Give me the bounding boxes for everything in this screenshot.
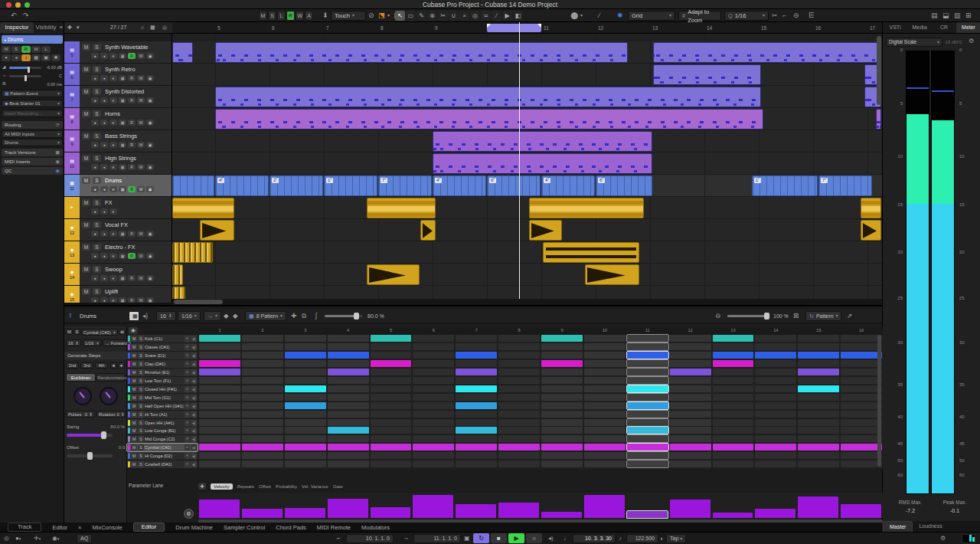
glue-tool-icon[interactable]: ∪ bbox=[449, 11, 459, 21]
preview-speaker-icon[interactable]: ◂) bbox=[191, 428, 197, 434]
read-button[interactable]: R bbox=[128, 231, 136, 237]
record-enable-icon[interactable]: ● bbox=[91, 208, 99, 215]
step-cell[interactable] bbox=[841, 452, 882, 459]
drum-mute-button[interactable]: M bbox=[131, 369, 137, 375]
step-cell[interactable] bbox=[498, 377, 540, 384]
panel-mute-button[interactable]: M bbox=[66, 329, 73, 335]
drum-mute-button[interactable]: M bbox=[131, 453, 137, 459]
drum-sound-row[interactable]: MSCowbell (D#2)▾◂) bbox=[127, 460, 198, 468]
step-cell[interactable] bbox=[584, 402, 626, 409]
stop-button[interactable]: ■ bbox=[491, 533, 507, 543]
step-cell[interactable] bbox=[498, 452, 540, 459]
drum-sound-row[interactable]: MSRimshot (E1)▾◂) bbox=[127, 369, 198, 376]
step-cell[interactable] bbox=[713, 335, 754, 342]
drum-mute-button[interactable]: M bbox=[131, 444, 137, 451]
arrange-vertical-scrollbar[interactable] bbox=[877, 36, 881, 105]
drum-sound-row[interactable]: MSHalf Open HH (G#1)▾◂) bbox=[127, 402, 198, 410]
step-cell[interactable] bbox=[328, 360, 369, 367]
instrument-icon[interactable]: ▦ bbox=[119, 297, 126, 303]
panel-step-count-stepper[interactable]: 16⬍ bbox=[66, 339, 81, 346]
monitor-icon[interactable]: ◂ bbox=[100, 208, 108, 215]
step-cell[interactable] bbox=[670, 411, 711, 418]
step-cell[interactable] bbox=[627, 427, 668, 434]
step-cell[interactable] bbox=[584, 411, 626, 418]
step-cell[interactable] bbox=[713, 385, 754, 392]
read-button[interactable]: R bbox=[128, 297, 136, 303]
step-cell[interactable] bbox=[328, 427, 369, 434]
step-cell[interactable] bbox=[199, 394, 240, 401]
step-input-button[interactable]: ▦ bbox=[129, 311, 139, 321]
volume-fader[interactable]: ◢-6.00 dB bbox=[2, 64, 63, 71]
mute-button[interactable]: M bbox=[82, 155, 90, 162]
step-cell[interactable] bbox=[456, 411, 497, 418]
edit-channel-icon[interactable]: e bbox=[109, 97, 117, 103]
drum-solo-button[interactable]: S bbox=[138, 453, 144, 459]
arrange-part[interactable]: 4˚ bbox=[433, 175, 486, 196]
step-cell[interactable] bbox=[242, 460, 283, 467]
edit-channel-icon[interactable]: e bbox=[109, 142, 117, 148]
snap-icon[interactable]: ✱ bbox=[617, 11, 623, 21]
step-cell[interactable] bbox=[627, 385, 668, 392]
zoom-out-icon[interactable]: ⊖ bbox=[715, 311, 720, 321]
step-cell[interactable] bbox=[541, 419, 583, 426]
step-cell[interactable] bbox=[670, 419, 711, 426]
drum-sound-row[interactable]: MSMid Conga (C2)▾◂) bbox=[127, 435, 198, 443]
chevron-down-icon[interactable]: ▾ bbox=[185, 428, 190, 434]
step-cell[interactable] bbox=[413, 444, 454, 451]
arrange-part[interactable]: 1˚ bbox=[324, 175, 377, 196]
solo-button[interactable]: S bbox=[93, 110, 101, 117]
tap-tempo-button[interactable]: Tap▾ bbox=[666, 534, 686, 543]
preview-speaker-icon[interactable]: ◂) bbox=[191, 361, 197, 367]
grid-type-select[interactable]: Grid▾ bbox=[628, 11, 675, 21]
step-cell[interactable] bbox=[285, 335, 326, 342]
step-cell[interactable] bbox=[199, 452, 240, 459]
iterative-quantize-icon[interactable]: ✂ bbox=[772, 11, 778, 21]
audio-quantize-chip[interactable]: AQ bbox=[77, 534, 92, 543]
step-cell[interactable] bbox=[841, 352, 882, 359]
arrange-part[interactable] bbox=[367, 264, 420, 285]
step-cell[interactable] bbox=[371, 444, 412, 451]
drum-sound-row[interactable]: MSClosed HH (F#1)▾◂) bbox=[127, 385, 198, 393]
drum-solo-button[interactable]: S bbox=[138, 361, 144, 367]
lock-icon[interactable]: ▣ bbox=[146, 253, 154, 259]
step-cell[interactable] bbox=[456, 394, 497, 401]
mute-button[interactable]: M bbox=[82, 266, 90, 273]
step-cell[interactable] bbox=[584, 452, 626, 459]
param-tab-probability[interactable]: Probability bbox=[276, 484, 297, 489]
tab-visibility[interactable]: Visibility bbox=[34, 22, 58, 33]
swing-icon[interactable]: ʃ bbox=[315, 311, 317, 321]
step-cell[interactable] bbox=[755, 402, 796, 409]
midi-icon[interactable]: ♪ bbox=[21, 54, 31, 61]
step-cell[interactable] bbox=[670, 394, 711, 401]
freeze-icon[interactable]: ✱ bbox=[51, 54, 60, 61]
step-cell[interactable] bbox=[242, 402, 283, 409]
step-cell[interactable] bbox=[413, 385, 454, 392]
step-cell[interactable] bbox=[713, 352, 754, 359]
step-cell[interactable] bbox=[498, 369, 540, 375]
tab-meter[interactable]: Meter bbox=[956, 22, 980, 33]
velocity-bar[interactable] bbox=[371, 507, 411, 518]
arrange-part[interactable] bbox=[215, 109, 763, 129]
suspend-automation-icon[interactable]: ⊘ bbox=[368, 11, 374, 21]
tab-drum-machine[interactable]: Drum Machine bbox=[175, 524, 213, 531]
step-cell[interactable] bbox=[498, 394, 540, 401]
step-cell[interactable] bbox=[584, 377, 626, 384]
preview-speaker-icon[interactable]: ◂) bbox=[191, 369, 197, 375]
tab-loudness[interactable]: Loudness bbox=[913, 521, 948, 532]
step-cell[interactable] bbox=[199, 352, 240, 359]
cycle-region[interactable] bbox=[487, 24, 541, 32]
record-enable-icon[interactable]: ● bbox=[91, 164, 99, 170]
add-drum-sound-button[interactable]: ✚ bbox=[129, 327, 138, 334]
tab-euclidean[interactable]: Euclidean bbox=[66, 373, 96, 382]
step-cell[interactable] bbox=[285, 411, 326, 418]
step-cell[interactable] bbox=[670, 352, 711, 359]
drum-mute-button[interactable]: M bbox=[131, 344, 137, 350]
step-cell[interactable] bbox=[413, 360, 454, 367]
mute-tool-icon[interactable]: × bbox=[459, 11, 469, 21]
write-button[interactable]: W bbox=[137, 253, 145, 259]
write-button[interactable]: W bbox=[137, 297, 145, 303]
arrange-part[interactable]: 7˚ bbox=[378, 175, 432, 196]
chevron-down-icon[interactable]: ▾ bbox=[185, 436, 190, 442]
step-cell[interactable] bbox=[627, 435, 668, 442]
step-cell[interactable] bbox=[242, 335, 283, 342]
